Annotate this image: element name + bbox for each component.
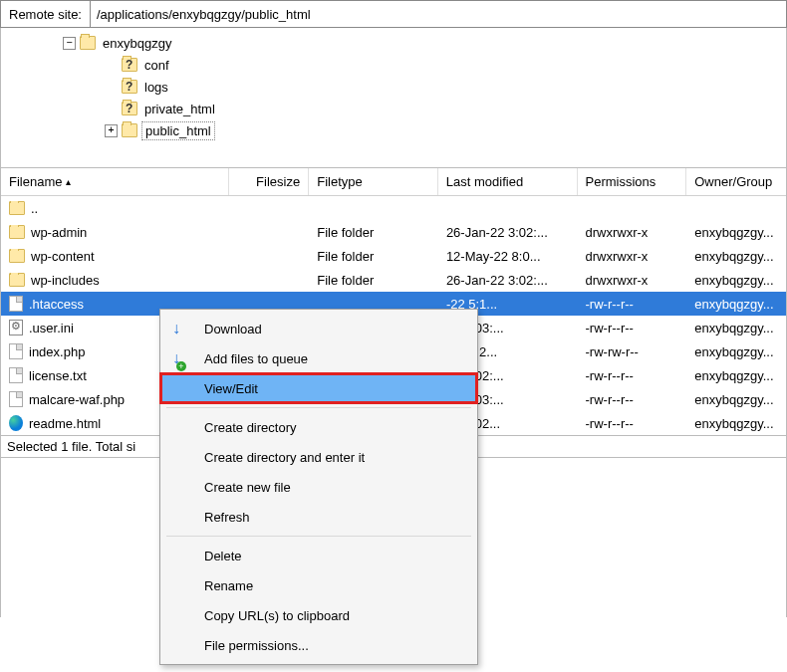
cell-mod: 12-May-22 8:0... — [438, 249, 578, 264]
cell-perm: -rw-r--r-- — [578, 416, 687, 431]
cell-filename: wp-includes — [1, 273, 229, 288]
remote-site-label: Remote site: — [1, 1, 91, 27]
file-row[interactable]: .. — [1, 196, 786, 220]
filename-text: wp-includes — [31, 273, 100, 288]
cell-perm: drwxrwxr-x — [578, 225, 687, 240]
cell-own: enxybqgzgy... — [686, 273, 786, 288]
cell-perm: -rw-r--r-- — [578, 392, 687, 407]
col-filetype[interactable]: Filetype — [309, 168, 438, 195]
sort-asc-icon: ▴ — [66, 176, 71, 187]
ctx-rename[interactable]: Rename — [160, 570, 477, 600]
ctx-add-to-queue[interactable]: + Add files to queue — [160, 343, 477, 373]
cell-own: enxybqgzgy... — [686, 225, 786, 240]
cell-perm: -rw-rw-r-- — [578, 344, 687, 359]
cell-type: File folder — [309, 249, 438, 264]
ctx-create-directory-enter[interactable]: Create directory and enter it — [160, 442, 477, 472]
filename-text: .. — [31, 201, 38, 216]
folder-icon — [9, 225, 25, 239]
file-row[interactable]: wp-includesFile folder26-Jan-22 3:02:...… — [1, 268, 786, 292]
filename-text: readme.html — [29, 416, 101, 431]
cell-perm: -rw-r--r-- — [578, 368, 687, 383]
col-filename[interactable]: Filename ▴ — [1, 168, 229, 195]
folder-icon — [80, 36, 96, 50]
filename-text: malcare-waf.php — [29, 392, 125, 407]
cell-perm: -rw-r--r-- — [578, 321, 687, 336]
tree-label: public_html — [141, 121, 215, 140]
file-icon — [9, 367, 23, 383]
tree-node-public-html[interactable]: + public_html — [1, 119, 786, 141]
config-file-icon — [9, 320, 23, 336]
ctx-sep — [166, 407, 471, 408]
remote-path-input[interactable] — [91, 1, 786, 27]
file-icon — [9, 343, 23, 359]
tree-label: private_html — [141, 101, 218, 117]
ctx-sep — [166, 536, 471, 537]
ctx-delete[interactable]: Delete — [160, 541, 477, 570]
cell-perm: drwxrwxr-x — [578, 249, 687, 264]
filename-text: wp-content — [31, 249, 95, 264]
col-owner-group[interactable]: Owner/Group — [686, 168, 786, 195]
ctx-create-new-file[interactable]: Create new file — [160, 472, 477, 502]
list-header: Filename ▴ Filesize Filetype Last modifi… — [1, 168, 786, 196]
html-file-icon — [9, 415, 23, 431]
tree-node-private-html[interactable]: private_html — [1, 98, 786, 119]
tree-node-root[interactable]: − enxybqgzgy — [1, 32, 786, 54]
filename-text: index.php — [29, 344, 85, 359]
context-menu: Download + Add files to queue View/Edit … — [159, 309, 478, 665]
cell-filename: .. — [1, 201, 229, 216]
cell-perm: drwxrwxr-x — [578, 273, 687, 288]
tree-label: enxybqgzgy — [100, 35, 174, 52]
filename-text: license.txt — [29, 368, 87, 383]
folder-unknown-icon — [122, 80, 137, 94]
folder-icon — [9, 273, 25, 287]
folder-icon — [9, 249, 25, 263]
folder-unknown-icon — [122, 58, 137, 72]
ctx-refresh[interactable]: Refresh — [160, 502, 477, 532]
file-icon — [9, 391, 23, 407]
remote-path-bar: Remote site: — [0, 0, 787, 28]
filename-text: .htaccess — [29, 297, 84, 312]
col-filesize[interactable]: Filesize — [229, 168, 309, 195]
ctx-file-permissions[interactable]: File permissions... — [160, 630, 477, 660]
file-row[interactable]: wp-adminFile folder26-Jan-22 3:02:...drw… — [1, 220, 786, 244]
col-permissions[interactable]: Permissions — [578, 168, 687, 195]
add-queue-icon: + — [172, 349, 180, 367]
cell-own: enxybqgzgy... — [686, 392, 786, 407]
download-icon — [172, 320, 180, 337]
folder-unknown-icon — [122, 102, 137, 115]
filename-text: .user.ini — [29, 321, 74, 336]
cell-own: enxybqgzgy... — [686, 321, 786, 336]
cell-own: enxybqgzgy... — [686, 297, 786, 312]
cell-filename: wp-admin — [1, 225, 229, 240]
cell-own: enxybqgzgy... — [686, 249, 786, 264]
tree-collapse-icon[interactable]: − — [63, 37, 76, 50]
cell-mod: 26-Jan-22 3:02:... — [438, 273, 578, 288]
cell-own: enxybqgzgy... — [686, 416, 786, 431]
cell-perm: -rw-r--r-- — [578, 297, 687, 312]
folder-icon — [122, 123, 137, 137]
tree-expand-icon[interactable]: + — [105, 124, 118, 137]
cell-own: enxybqgzgy... — [686, 368, 786, 383]
cell-mod: 26-Jan-22 3:02:... — [438, 225, 578, 240]
file-icon — [9, 296, 23, 312]
cell-type: File folder — [309, 225, 438, 240]
ctx-copy-urls[interactable]: Copy URL(s) to clipboard — [160, 600, 477, 630]
file-row[interactable]: wp-contentFile folder12-May-22 8:0...drw… — [1, 244, 786, 268]
tree-label: logs — [141, 79, 171, 96]
folder-icon — [9, 201, 25, 215]
ctx-download[interactable]: Download — [160, 314, 477, 343]
ctx-view-edit[interactable]: View/Edit — [160, 373, 477, 403]
tree-node-logs[interactable]: logs — [1, 76, 786, 98]
cell-type: File folder — [309, 273, 438, 288]
tree-label: conf — [141, 57, 172, 74]
ctx-create-directory[interactable]: Create directory — [160, 412, 477, 442]
remote-tree: − enxybqgzgy conf logs private_html + pu… — [0, 28, 787, 167]
filename-text: wp-admin — [31, 225, 87, 240]
cell-own: enxybqgzgy... — [686, 344, 786, 359]
col-last-modified[interactable]: Last modified — [438, 168, 578, 195]
cell-filename: wp-content — [1, 249, 229, 264]
tree-node-conf[interactable]: conf — [1, 54, 786, 76]
